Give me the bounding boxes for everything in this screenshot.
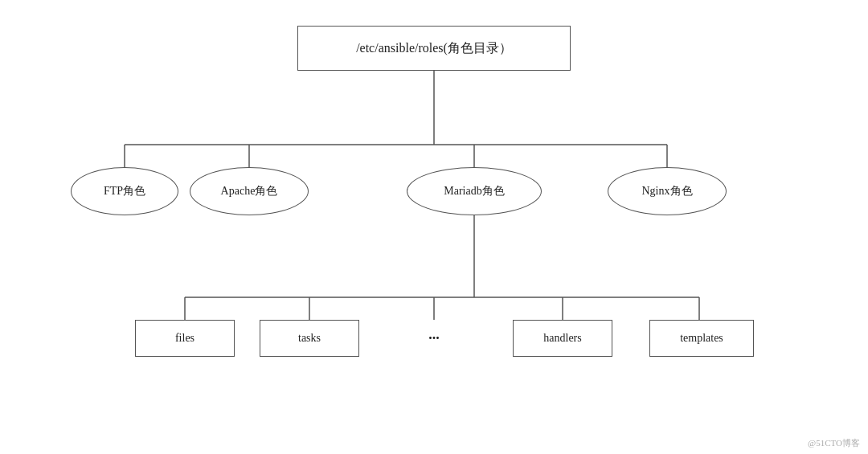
watermark: @51CTO博客 [808, 437, 860, 449]
role-apache: Apache角色 [190, 167, 309, 215]
role-ftp: FTP角色 [71, 167, 178, 215]
role-mariadb: Mariadb角色 [407, 167, 542, 215]
subdir-files: files [135, 320, 235, 357]
diagram: /etc/ansible/roles(角色目录） FTP角色 Apache角色 … [0, 0, 868, 454]
role-nginx: Nginx角色 [608, 167, 727, 215]
subdir-tasks: tasks [260, 320, 359, 357]
subdir-templates: templates [649, 320, 754, 357]
subdir-handlers: handlers [513, 320, 612, 357]
root-node: /etc/ansible/roles(角色目录） [297, 26, 571, 71]
subdir-ellipsis: ··· [384, 320, 484, 357]
